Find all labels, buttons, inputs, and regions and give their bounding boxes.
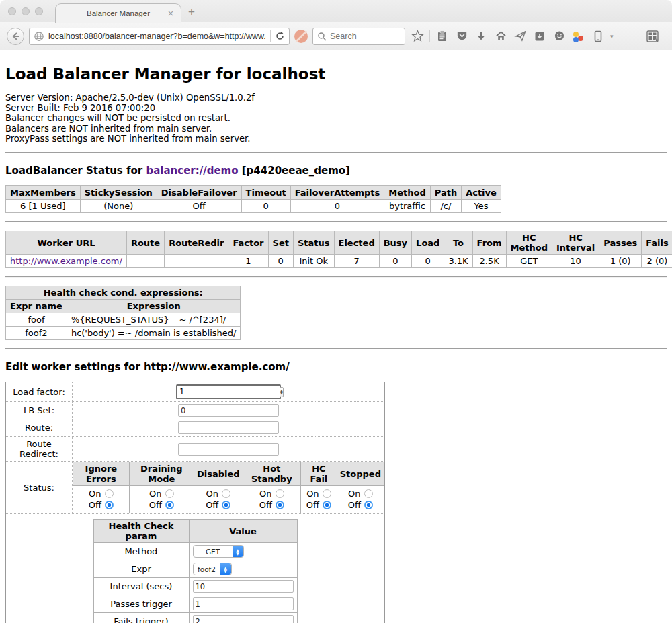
urlbar-divider xyxy=(270,30,271,42)
status-ignore-errors-cell: On Off xyxy=(73,486,130,513)
navigation-toolbar: localhost:8880/balancer-manager?b=demo&w… xyxy=(0,22,672,50)
balancer-demo-link[interactable]: balancer://demo xyxy=(146,165,238,177)
expr-row-foof: foof %{REQUEST_STATUS} =~ /^[234]/ xyxy=(6,313,241,327)
status-disabled-cell: On Off xyxy=(194,486,243,513)
search-icon xyxy=(317,32,327,41)
status-draining-mode-cell: On Off xyxy=(129,486,194,513)
device-sync-icon[interactable] xyxy=(591,28,605,44)
expr-row-foof2: foof2 hc('body') =~ /domain is establish… xyxy=(6,327,241,340)
select-arrows-icon: ▲▼ xyxy=(233,546,243,557)
downloads-icon[interactable] xyxy=(474,28,489,44)
back-arrow-icon xyxy=(11,32,20,41)
save-to-device-icon[interactable] xyxy=(532,28,547,44)
select-arrows-icon: ▲▼ xyxy=(220,563,231,575)
chevron-down-icon[interactable]: ▾ xyxy=(610,33,617,40)
proxypass-note-line: ProxyPass settings are NOT inherited fro… xyxy=(5,134,667,144)
hc-expr-select[interactable]: foof2 ▲▼ xyxy=(193,563,232,575)
menu-hamburger-icon[interactable] xyxy=(627,28,640,44)
load-factor-input[interactable] xyxy=(177,387,280,397)
home-icon[interactable] xyxy=(493,28,508,44)
loadbalancer-status-heading: LoadBalancer Status for balancer://demo … xyxy=(5,165,667,177)
radio-draining-mode-on[interactable] xyxy=(165,489,174,498)
radio-stopped-on[interactable] xyxy=(364,489,373,498)
server-version-line: Server Version: Apache/2.5.0-dev (Unix) … xyxy=(5,93,667,103)
window-zoom-button[interactable] xyxy=(35,7,43,15)
lb-set-input[interactable] xyxy=(178,404,279,417)
hc-interval-row: Interval (secs) xyxy=(93,578,297,595)
status-label: Status: xyxy=(6,462,73,514)
worker-row: http://www.example.com/ 1 0 Init Ok 7 0 … xyxy=(6,255,672,268)
inherit-note-line: Balancers are NOT inherited from main se… xyxy=(5,124,667,134)
radio-draining-mode-off[interactable] xyxy=(165,501,174,509)
route-row: Route: xyxy=(6,419,385,437)
tab-title: Balancer Manager xyxy=(87,9,150,17)
load-factor-row: Load factor: ▲▼ xyxy=(6,382,385,402)
edit-worker-form: Load factor: ▲▼ LB Set: Route: Route Red… xyxy=(5,382,385,623)
table-header-row: Worker URL Route RouteRedir Factor Set S… xyxy=(6,231,672,255)
bookmark-star-icon[interactable] xyxy=(410,28,425,44)
table-header-row: MaxMembers StickySession DisableFailover… xyxy=(6,186,501,200)
globe-icon xyxy=(34,31,44,42)
tab-groups-icon[interactable] xyxy=(645,28,660,44)
persist-note-line: Balancer changes will NOT be persisted o… xyxy=(5,113,667,123)
route-redirect-row: Route Redirect: xyxy=(6,437,385,462)
radio-hc-fail-off[interactable] xyxy=(323,501,331,509)
page-title: Load Balancer Manager for localhost xyxy=(5,50,667,83)
status-options-table: Ignore Errors Draining Mode Disabled Hot… xyxy=(73,462,384,513)
search-box[interactable] xyxy=(312,28,405,45)
pocket-icon[interactable] xyxy=(454,28,469,44)
status-hc-fail-cell: On Off xyxy=(301,486,337,513)
load-factor-field[interactable]: ▲▼ xyxy=(176,384,281,399)
chat-smiley-icon[interactable] xyxy=(552,28,566,44)
number-spinner-icon[interactable]: ▲▼ xyxy=(280,387,284,397)
hc-expr-row: Expr foof2 ▲▼ xyxy=(93,560,297,578)
window-close-button[interactable] xyxy=(8,7,16,15)
radio-ignore-errors-on[interactable] xyxy=(105,489,114,498)
back-button[interactable] xyxy=(7,28,24,45)
share-icon[interactable] xyxy=(513,28,528,44)
route-redirect-input[interactable] xyxy=(178,443,279,456)
search-input[interactable] xyxy=(330,32,397,41)
route-label: Route: xyxy=(6,419,73,437)
radio-hot-standby-off[interactable] xyxy=(276,501,284,509)
browser-titlebar: Balancer Manager × + xyxy=(0,0,672,22)
toolbar-divider xyxy=(429,30,430,42)
reload-icon[interactable] xyxy=(275,31,285,41)
route-input[interactable] xyxy=(178,421,279,434)
hc-method-row: Method GET ▲▼ xyxy=(93,543,297,560)
health-check-expressions-table: Health check cond. expressions: Expr nam… xyxy=(5,286,241,340)
extension-dots-icon[interactable] xyxy=(571,28,586,44)
adblock-icon[interactable] xyxy=(294,30,308,43)
bookmarks-menu-icon[interactable] xyxy=(435,28,450,44)
radio-disabled-off[interactable] xyxy=(222,501,230,509)
expr-table-title: Health check cond. expressions: xyxy=(6,286,241,300)
hc-passes-input[interactable] xyxy=(193,597,294,610)
status-stopped-cell: On Off xyxy=(337,486,384,513)
url-bar[interactable]: localhost:8880/balancer-manager?b=demo&w… xyxy=(29,28,290,45)
divider xyxy=(5,276,667,278)
worker-url-link[interactable]: http://www.example.com/ xyxy=(10,256,122,266)
server-built-line: Server Built: Feb 9 2016 07:00:20 xyxy=(5,103,667,113)
lb-set-row: LB Set: xyxy=(6,402,385,419)
tab-close-icon[interactable]: × xyxy=(167,9,174,18)
hc-interval-input[interactable] xyxy=(193,580,294,593)
radio-hc-fail-on[interactable] xyxy=(323,489,331,498)
status-row: Status: Ignore Errors Draining Mode Disa… xyxy=(6,462,385,514)
load-factor-label: Load factor: xyxy=(6,382,73,402)
radio-hot-standby-on[interactable] xyxy=(276,489,284,498)
radio-stopped-off[interactable] xyxy=(364,501,373,509)
tab-balancer-manager[interactable]: Balancer Manager × xyxy=(55,3,181,23)
url-text[interactable]: localhost:8880/balancer-manager?b=demo&w… xyxy=(48,32,266,41)
table-row: 6 [1 Used] (None) Off 0 0 bytraffic /c/ … xyxy=(6,200,501,213)
edit-worker-heading: Edit worker settings for http://www.exam… xyxy=(5,361,667,373)
divider xyxy=(5,348,667,349)
radio-ignore-errors-off[interactable] xyxy=(105,501,114,509)
worker-status-table: Worker URL Route RouteRedir Factor Set S… xyxy=(5,231,672,268)
radio-disabled-on[interactable] xyxy=(222,489,230,498)
browser-window: Balancer Manager × + localhost:8880/bala… xyxy=(0,0,672,623)
status-hot-standby-cell: On Off xyxy=(243,486,301,513)
hc-method-select[interactable]: GET ▲▼ xyxy=(193,545,244,558)
hc-fails-input[interactable] xyxy=(193,615,294,623)
window-minimize-button[interactable] xyxy=(22,7,30,15)
new-tab-button[interactable]: + xyxy=(188,5,195,19)
